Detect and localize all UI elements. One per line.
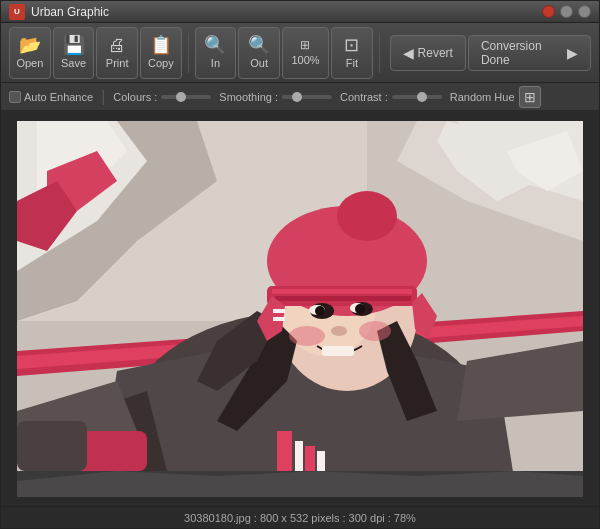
smoothing-slider-thumb[interactable] (292, 92, 302, 102)
toolbar: 📂 Open 💾 Save 🖨 Print 📋 Copy 🔍 In 🔍 Out … (1, 23, 599, 83)
print-button[interactable]: 🖨 Print (96, 27, 138, 79)
smoothing-label: Smoothing : (219, 91, 278, 103)
contrast-option: Contrast : (340, 91, 442, 103)
status-text: 30380180.jpg : 800 x 532 pixels : 300 dp… (184, 512, 416, 524)
save-button[interactable]: 💾 Save (53, 27, 95, 79)
colours-label: Colours : (113, 91, 157, 103)
svg-marker-52 (17, 471, 583, 497)
random-hue-option: Random Hue ⊞ (450, 86, 541, 108)
minimize-button[interactable] (560, 5, 573, 18)
svg-rect-31 (275, 296, 411, 301)
contrast-slider-thumb[interactable] (417, 92, 427, 102)
zoom-level-icon: ⊞ (300, 39, 310, 51)
canvas-area (1, 111, 599, 506)
print-icon: 🖨 (108, 36, 126, 54)
maximize-button[interactable] (578, 5, 591, 18)
revert-arrow-left: ◀ (403, 45, 414, 61)
toolbar-divider-1 (188, 33, 189, 73)
open-icon: 📂 (19, 36, 41, 54)
fit-button[interactable]: ⊡ Fit (331, 27, 373, 79)
smoothing-option: Smoothing : (219, 91, 332, 103)
svg-point-41 (331, 326, 347, 336)
svg-point-28 (337, 191, 397, 241)
contrast-label: Contrast : (340, 91, 388, 103)
separator-1: | (101, 88, 105, 106)
svg-point-44 (359, 321, 391, 341)
zoom-in-label: In (211, 57, 220, 69)
zoom-out-label: Out (250, 57, 268, 69)
app-icon: U (9, 4, 25, 20)
title-text: Urban Graphic (31, 5, 536, 19)
copy-icon: 📋 (150, 36, 172, 54)
zoom-out-button[interactable]: 🔍 Out (238, 27, 280, 79)
svg-point-39 (315, 306, 325, 316)
app-window: U Urban Graphic 📂 Open 💾 Save 🖨 Print 📋 … (0, 0, 600, 529)
conversion-done-label: Conversion Done (481, 39, 563, 67)
window-controls (542, 5, 591, 18)
svg-rect-42 (322, 346, 354, 356)
close-button[interactable] (542, 5, 555, 18)
colours-slider-thumb[interactable] (176, 92, 186, 102)
toolbar-divider-2 (379, 33, 380, 73)
auto-enhance-checkbox[interactable] (9, 91, 21, 103)
svg-rect-48 (273, 317, 285, 321)
colours-slider[interactable] (161, 95, 211, 99)
auto-enhance-label: Auto Enhance (24, 91, 93, 103)
zoom-level-button[interactable]: ⊞ 100% (282, 27, 329, 79)
options-bar: Auto Enhance | Colours : Smoothing : Con… (1, 83, 599, 111)
status-bar: 30380180.jpg : 800 x 532 pixels : 300 dp… (1, 506, 599, 528)
print-label: Print (106, 57, 129, 69)
svg-point-43 (289, 326, 325, 346)
random-hue-button[interactable]: ⊞ (519, 86, 541, 108)
open-label: Open (16, 57, 43, 69)
random-hue-label: Random Hue (450, 91, 515, 103)
fit-label: Fit (346, 57, 358, 69)
title-bar: U Urban Graphic (1, 1, 599, 23)
copy-label: Copy (148, 57, 174, 69)
copy-button[interactable]: 📋 Copy (140, 27, 182, 79)
revert-button[interactable]: ◀ Revert (390, 35, 466, 71)
save-label: Save (61, 57, 86, 69)
artwork (17, 121, 583, 497)
conversion-done-arrow: ▶ (567, 45, 578, 61)
zoom-out-icon: 🔍 (248, 36, 270, 54)
save-icon: 💾 (63, 36, 85, 54)
zoom-level-value: 100% (291, 54, 319, 66)
fit-icon: ⊡ (344, 36, 359, 54)
colours-option: Colours : (113, 91, 211, 103)
open-button[interactable]: 📂 Open (9, 27, 51, 79)
auto-enhance-option[interactable]: Auto Enhance (9, 91, 93, 103)
zoom-in-icon: 🔍 (204, 36, 226, 54)
svg-rect-20 (17, 421, 87, 471)
smoothing-slider[interactable] (282, 95, 332, 99)
svg-rect-30 (272, 289, 412, 294)
zoom-in-button[interactable]: 🔍 In (195, 27, 237, 79)
image-canvas (17, 121, 583, 497)
contrast-slider[interactable] (392, 95, 442, 99)
svg-rect-47 (273, 309, 285, 313)
svg-point-40 (355, 304, 365, 314)
revert-label: Revert (418, 46, 453, 60)
conversion-done-button[interactable]: Conversion Done ▶ (468, 35, 591, 71)
